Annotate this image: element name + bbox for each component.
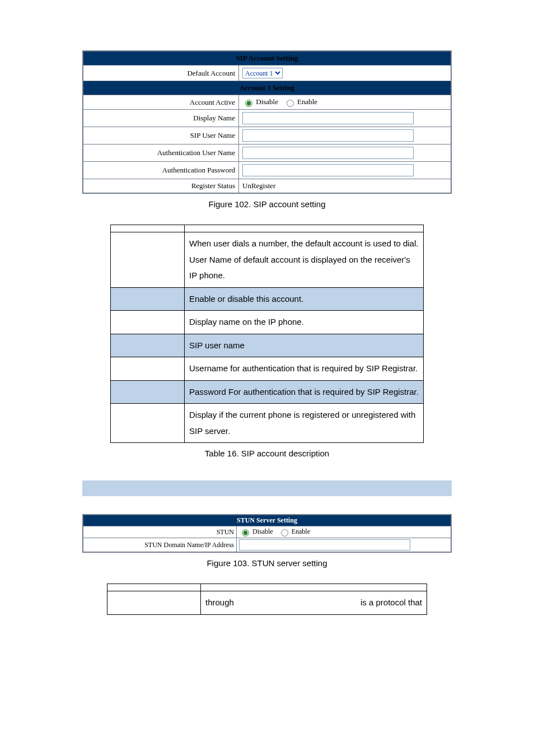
stun-server-setting-table: STUN Server Setting STUN Disable Enable …: [82, 514, 452, 553]
sip-description-table: When user dials a number, the default ac…: [110, 225, 424, 443]
stun-desc-protocol: is a protocol that: [360, 595, 422, 611]
table-row: [111, 357, 185, 381]
table-row: [185, 225, 424, 232]
auth-user-input[interactable]: [242, 147, 414, 159]
display-name-input[interactable]: [242, 112, 414, 124]
default-account-select[interactable]: Account 1: [242, 68, 283, 78]
figure-102-caption: Figure 102. SIP account setting: [0, 199, 534, 209]
account-active-label: Account Active: [83, 95, 239, 110]
table-row: Display name on the IP phone.: [185, 311, 424, 334]
table-row: [111, 287, 185, 311]
stun-enable-label: Enable: [292, 528, 310, 535]
table-row: Username for authentication that is requ…: [185, 357, 424, 381]
stun-label: STUN: [83, 526, 237, 538]
table-row: [111, 225, 185, 232]
stun-enable-radio[interactable]: [281, 529, 288, 536]
auth-pass-label: Authentication Password: [83, 162, 239, 179]
account-active-cell: Disable Enable: [239, 95, 452, 110]
enable-label: Enable: [297, 97, 317, 106]
stun-domain-label: STUN Domain Name/IP Address: [83, 538, 237, 553]
table-row: through is a protocol that: [201, 591, 427, 615]
default-account-label: Default Account: [83, 66, 239, 81]
disable-label: Disable: [256, 97, 278, 106]
table-row: [111, 232, 185, 288]
table-16-caption: Table 16. SIP account description: [0, 449, 534, 458]
stun-disable-label: Disable: [252, 528, 273, 535]
figure-103-caption: Figure 103. STUN server setting: [0, 558, 534, 568]
table-row: Enable or disable this account.: [185, 287, 424, 311]
table-row: [111, 380, 185, 404]
sip-user-name-input[interactable]: [242, 129, 414, 142]
table-row: [107, 584, 201, 591]
account-active-enable-radio[interactable]: [287, 100, 294, 107]
table-row: When user dials a number, the default ac…: [185, 232, 424, 288]
table-row: [111, 311, 185, 334]
account-active-disable-radio[interactable]: [245, 100, 252, 107]
stun-radio-cell: Disable Enable: [237, 526, 452, 538]
stun-header: STUN Server Setting: [83, 515, 451, 526]
table-row: SIP user name: [185, 334, 424, 357]
stun-domain-input[interactable]: [239, 539, 410, 550]
table-row: [111, 404, 185, 443]
register-status-value: UnRegister: [239, 179, 452, 194]
table-row: [201, 584, 427, 591]
auth-user-label: Authentication User Name: [83, 144, 239, 162]
table-row: [107, 591, 201, 615]
account1-header: Account 1 Setting: [83, 81, 451, 95]
table-row: Password For authentication that is requ…: [185, 380, 424, 404]
sip-user-name-label: SIP User Name: [83, 127, 239, 144]
display-name-label: Display Name: [83, 110, 239, 127]
stun-disable-radio[interactable]: [242, 529, 249, 536]
table-row: [111, 334, 185, 357]
sip-account-setting-table: SIP Account Setting Default Account Acco…: [82, 50, 452, 194]
default-account-cell: Account 1: [239, 66, 452, 81]
section-band: [82, 480, 452, 496]
sip-header: SIP Account Setting: [83, 51, 451, 66]
stun-description-table: through is a protocol that: [107, 584, 427, 615]
register-status-label: Register Status: [83, 179, 239, 194]
table-row: Display if the current phone is register…: [185, 404, 424, 443]
auth-pass-input[interactable]: [242, 164, 414, 176]
stun-desc-through: through: [205, 595, 234, 611]
